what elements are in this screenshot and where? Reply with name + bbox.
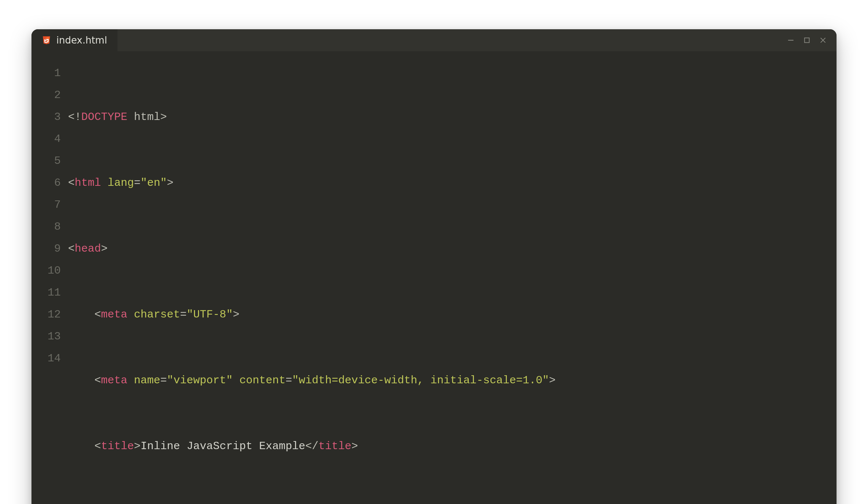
line-number: 1 [31, 62, 61, 84]
maximize-button[interactable] [802, 35, 812, 45]
code-line: <meta name="viewport" content="width=dev… [68, 369, 837, 391]
code-line: <html lang="en"> [68, 172, 837, 194]
line-number: 10 [31, 260, 61, 282]
code-content[interactable]: <!DOCTYPE html> <html lang="en"> <head> … [68, 62, 837, 504]
tab-filename: index.html [56, 35, 107, 46]
line-number: 8 [31, 216, 61, 238]
code-line: <title>Inline JavaScript Example</title> [68, 435, 837, 457]
line-number: 9 [31, 238, 61, 260]
code-line: <meta charset="UTF-8"> [68, 304, 837, 326]
code-line: </head> [68, 501, 837, 504]
html5-icon [42, 35, 51, 45]
titlebar: index.html [31, 29, 837, 51]
line-number: 11 [31, 282, 61, 304]
code-line: <!DOCTYPE html> [68, 106, 837, 128]
editor-window: index.html 1 2 3 4 5 6 7 8 9 10 11 [31, 29, 837, 504]
close-button[interactable] [818, 35, 828, 45]
line-number: 2 [31, 84, 61, 106]
line-number: 14 [31, 347, 61, 369]
svg-rect-1 [805, 38, 809, 43]
code-line: <head> [68, 238, 837, 260]
window-controls [786, 35, 837, 45]
line-number: 12 [31, 304, 61, 326]
line-number: 6 [31, 172, 61, 194]
line-number: 7 [31, 194, 61, 216]
line-number: 13 [31, 326, 61, 347]
line-number: 5 [31, 150, 61, 172]
line-number: 3 [31, 106, 61, 128]
code-area[interactable]: 1 2 3 4 5 6 7 8 9 10 11 12 13 14 <!DOCTY… [31, 51, 837, 504]
line-number-gutter: 1 2 3 4 5 6 7 8 9 10 11 12 13 14 [31, 62, 68, 504]
file-tab[interactable]: index.html [31, 29, 117, 51]
minimize-button[interactable] [786, 35, 796, 45]
line-number: 4 [31, 128, 61, 150]
